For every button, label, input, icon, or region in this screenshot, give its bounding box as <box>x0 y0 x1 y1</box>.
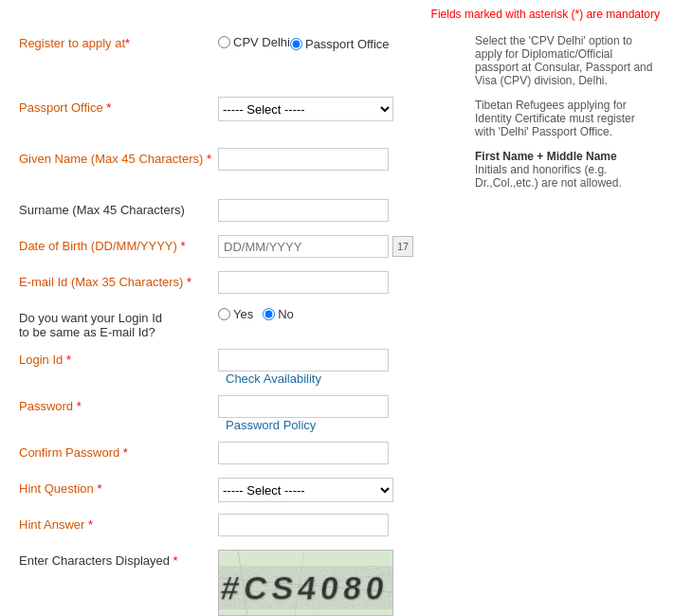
hint-answer-input[interactable] <box>218 514 389 536</box>
mandatory-note: Fields marked with asterisk (*) are mand… <box>0 0 674 25</box>
hint-question-label-cell: Hint Question * <box>19 478 218 496</box>
surname-input[interactable] <box>218 199 389 222</box>
cpv-radio[interactable] <box>218 36 230 48</box>
dob-label-cell: Date of Birth (DD/MM/YYYY) * <box>19 235 218 253</box>
passport-radio[interactable] <box>290 38 302 50</box>
captcha-label-cell: Enter Characters Displayed * <box>19 550 218 568</box>
captcha-col: #CS4080 Change the picture displayed <box>218 550 465 616</box>
password-policy-link[interactable]: Password Policy <box>226 418 316 432</box>
no-radio[interactable] <box>263 308 275 320</box>
svg-text:#CS4080: #CS4080 <box>219 570 392 606</box>
passport-office-help: Tibetan Refugees applying for Identity C… <box>465 97 655 138</box>
register-at-options: CPV Delhi Passport Office <box>218 32 465 51</box>
hint-question-select[interactable]: ----- Select ----- <box>218 478 393 502</box>
dob-input-col: 17 <box>218 235 465 258</box>
cpv-radio-label[interactable]: CPV Delhi <box>218 35 290 49</box>
register-at-help: Select the 'CPV Delhi' option to apply f… <box>465 32 655 87</box>
confirm-password-input-col <box>218 442 465 464</box>
captcha-svg: #CS4080 <box>219 550 392 616</box>
password-input-col: Password Policy <box>218 395 465 432</box>
given-name-input-col <box>218 148 465 171</box>
login-id-label-cell: Login Id * <box>19 349 218 367</box>
captcha-image: #CS4080 <box>218 550 393 616</box>
surname-input-col <box>218 199 465 222</box>
login-same-label-cell: Do you want your Login Id to be same as … <box>19 307 218 339</box>
surname-label-cell: Surname (Max 45 Characters) <box>19 199 218 217</box>
yes-radio-label[interactable]: Yes <box>218 307 253 321</box>
register-at-label: Register to apply at* <box>19 32 218 50</box>
email-label-cell: E-mail Id (Max 35 Characters) * <box>19 271 218 289</box>
email-input-col <box>218 271 465 294</box>
check-availability-link[interactable]: Check Availability <box>226 371 321 386</box>
password-label-cell: Password * <box>19 395 218 413</box>
given-name-input[interactable] <box>218 148 389 171</box>
passport-radio-label[interactable]: Passport Office <box>290 37 390 51</box>
login-id-input[interactable] <box>218 349 389 371</box>
password-input[interactable] <box>218 395 389 418</box>
confirm-password-label-cell: Confirm Password * <box>19 442 218 460</box>
passport-office-select[interactable]: ----- Select ----- <box>218 97 393 121</box>
login-id-input-col: Check Availability <box>218 349 465 386</box>
mandatory-note-text: Fields marked with asterisk (*) are mand… <box>431 8 660 21</box>
given-name-label-cell: Given Name (Max 45 Characters) * <box>19 148 218 166</box>
no-radio-label[interactable]: No <box>263 307 294 321</box>
hint-answer-label-cell: Hint Answer * <box>19 514 218 532</box>
login-same-options: Yes No <box>218 307 465 321</box>
confirm-password-input[interactable] <box>218 442 389 464</box>
given-name-help: First Name + Middle Name Initials and ho… <box>465 148 655 190</box>
hint-question-select-col: ----- Select ----- <box>218 478 465 502</box>
email-input[interactable] <box>218 271 389 294</box>
calendar-icon[interactable]: 17 <box>392 236 413 257</box>
passport-office-label-cell: Passport Office * <box>19 97 218 115</box>
yes-radio[interactable] <box>218 308 230 320</box>
passport-office-select-col: ----- Select ----- <box>218 97 465 121</box>
dob-input[interactable] <box>218 235 389 258</box>
hint-answer-input-col <box>218 514 465 536</box>
